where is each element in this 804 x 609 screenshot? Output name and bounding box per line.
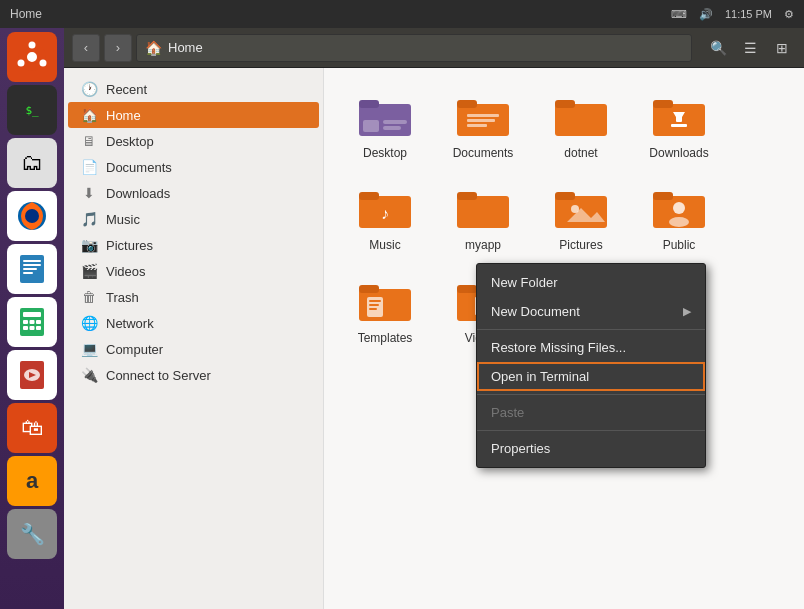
svg-text:♪: ♪ xyxy=(381,205,389,222)
sidebar-item-connect-label: Connect to Server xyxy=(106,368,211,383)
svg-rect-18 xyxy=(30,326,35,330)
file-grid: Desktop Documents xyxy=(324,68,804,609)
search-icon: 🔍 xyxy=(710,40,727,56)
grid-view-button[interactable]: ⊞ xyxy=(768,34,796,62)
file-item-dotnet[interactable]: dotnet xyxy=(536,84,626,168)
folder-icon-public xyxy=(651,184,707,232)
dock-system[interactable]: 🔧 xyxy=(7,509,57,559)
app-main: ‹ › 🏠 Home 🔍 ☰ ⊞ xyxy=(64,28,804,609)
list-view-button[interactable]: ☰ xyxy=(736,34,764,62)
sidebar-item-downloads[interactable]: ⬇ Downloads xyxy=(64,180,323,206)
file-item-templates[interactable]: Templates xyxy=(340,269,430,353)
titlebar-right: ⌨ 🔊 11:15 PM ⚙ xyxy=(671,8,794,21)
context-menu-properties[interactable]: Properties xyxy=(477,434,705,463)
sidebar-item-recent[interactable]: 🕐 Recent xyxy=(64,76,323,102)
sidebar-item-documents[interactable]: 📄 Documents xyxy=(64,154,323,180)
music-icon: 🎵 xyxy=(80,211,98,227)
svg-rect-8 xyxy=(23,260,41,262)
documents-icon: 📄 xyxy=(80,159,98,175)
sidebar-item-recent-label: Recent xyxy=(106,82,147,97)
sidebar-item-desktop-label: Desktop xyxy=(106,134,154,149)
svg-point-6 xyxy=(25,209,39,223)
svg-rect-44 xyxy=(457,192,477,200)
svg-point-51 xyxy=(673,202,685,214)
sidebar-item-videos[interactable]: 🎬 Videos xyxy=(64,258,323,284)
svg-rect-53 xyxy=(359,289,411,321)
sidebar-item-videos-label: Videos xyxy=(106,264,146,279)
svg-point-1 xyxy=(26,51,38,63)
dock-writer[interactable] xyxy=(7,244,57,294)
volume-icon: 🔊 xyxy=(699,8,713,21)
back-button[interactable]: ‹ xyxy=(72,34,100,62)
svg-rect-27 xyxy=(383,126,401,130)
sidebar-item-connect[interactable]: 🔌 Connect to Server xyxy=(64,362,323,388)
context-menu-open-terminal[interactable]: Open in Terminal xyxy=(477,362,705,391)
time-display: 11:15 PM xyxy=(725,8,772,20)
file-item-music[interactable]: ♪ Music xyxy=(340,176,430,260)
svg-rect-54 xyxy=(359,285,379,293)
file-label-downloads: Downloads xyxy=(649,146,708,160)
sidebar-item-desktop[interactable]: 🖥 Desktop xyxy=(64,128,323,154)
file-item-desktop[interactable]: Desktop xyxy=(340,84,430,168)
search-button[interactable]: 🔍 xyxy=(704,34,732,62)
folder-icon-documents xyxy=(455,92,511,140)
folder-icon-downloads xyxy=(651,92,707,140)
forward-icon: › xyxy=(116,40,120,55)
file-item-downloads[interactable]: Downloads xyxy=(634,84,724,168)
dock-calc[interactable] xyxy=(7,297,57,347)
file-item-public[interactable]: Public xyxy=(634,176,724,260)
titlebar: Home ⌨ 🔊 11:15 PM ⚙ xyxy=(0,0,804,28)
svg-rect-33 xyxy=(555,104,607,136)
dock-files[interactable]: 🗂 xyxy=(7,138,57,188)
svg-rect-9 xyxy=(23,264,41,266)
context-menu-new-document[interactable]: New Document ▶ xyxy=(477,297,705,326)
sidebar-item-pictures-label: Pictures xyxy=(106,238,153,253)
folder-icon-templates xyxy=(357,277,413,325)
sidebar-item-pictures[interactable]: 📷 Pictures xyxy=(64,232,323,258)
dock-amazon[interactable]: a xyxy=(7,456,57,506)
context-new-document-label: New Document xyxy=(491,304,580,319)
submenu-arrow-icon: ▶ xyxy=(683,305,691,318)
sidebar-item-computer[interactable]: 💻 Computer xyxy=(64,336,323,362)
forward-button[interactable]: › xyxy=(104,34,132,62)
dock-softcenter[interactable]: 🛍 xyxy=(7,403,57,453)
svg-rect-17 xyxy=(23,326,28,330)
dock-firefox[interactable] xyxy=(7,191,57,241)
file-item-documents[interactable]: Documents xyxy=(438,84,528,168)
titlebar-left: Home xyxy=(10,7,42,21)
file-item-pictures[interactable]: Pictures xyxy=(536,176,626,260)
sidebar-item-documents-label: Documents xyxy=(106,160,172,175)
trash-icon: 🗑 xyxy=(80,289,98,305)
context-paste-label: Paste xyxy=(491,405,524,420)
main-layout: $_ 🗂 xyxy=(0,28,804,609)
svg-rect-26 xyxy=(383,120,407,124)
svg-rect-50 xyxy=(653,192,673,200)
svg-rect-39 xyxy=(671,124,687,127)
list-icon: ☰ xyxy=(744,40,757,56)
sidebar-item-trash[interactable]: 🗑 Trash xyxy=(64,284,323,310)
sidebar: 🕐 Recent 🏠 Home 🖥 Desktop 📄 Documents xyxy=(64,68,324,609)
file-label-documents: Documents xyxy=(453,146,514,160)
context-properties-label: Properties xyxy=(491,441,550,456)
file-item-myapp[interactable]: myapp xyxy=(438,176,528,260)
dock-impress[interactable] xyxy=(7,350,57,400)
toolbar-right: 🔍 ☰ ⊞ xyxy=(704,34,796,62)
sidebar-item-home[interactable]: 🏠 Home xyxy=(68,102,319,128)
file-label-public: Public xyxy=(663,238,696,252)
svg-rect-41 xyxy=(359,192,379,200)
file-label-desktop: Desktop xyxy=(363,146,407,160)
svg-rect-32 xyxy=(467,124,487,127)
location-bar[interactable]: 🏠 Home xyxy=(136,34,692,62)
svg-point-52 xyxy=(669,217,689,227)
dock-terminal[interactable]: $_ xyxy=(7,85,57,135)
file-label-myapp: myapp xyxy=(465,238,501,252)
svg-rect-11 xyxy=(23,272,33,274)
context-menu-new-folder[interactable]: New Folder xyxy=(477,268,705,297)
location-text: Home xyxy=(168,40,203,55)
sidebar-item-music[interactable]: 🎵 Music xyxy=(64,206,323,232)
sidebar-item-network[interactable]: 🌐 Network xyxy=(64,310,323,336)
dock-ubuntu[interactable] xyxy=(7,32,57,82)
context-separator-3 xyxy=(477,430,705,431)
svg-rect-15 xyxy=(30,320,35,324)
context-menu-restore[interactable]: Restore Missing Files... xyxy=(477,333,705,362)
